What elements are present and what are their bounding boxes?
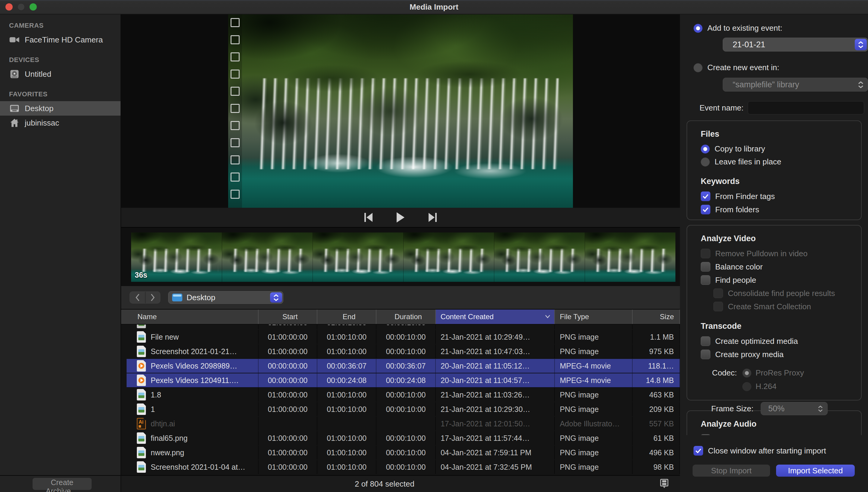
filmstrip-frame[interactable] xyxy=(312,232,403,282)
balance-color-option[interactable]: Balance color xyxy=(701,262,855,272)
optimized-media-option[interactable]: Create optimized media xyxy=(701,336,855,346)
file-name: Pexels Videos 2098989… xyxy=(151,362,237,370)
table-row[interactable]: Ai nwew.png 01:00:00:00 01:00:10:00 00:0… xyxy=(126,446,680,460)
radio-on-icon xyxy=(694,24,703,33)
duration-timecode: 00:00:36:07 xyxy=(376,359,436,373)
existing-event-dropdown[interactable]: 21-01-21 xyxy=(723,38,868,51)
sidebar-footer: Create Archive… xyxy=(0,475,121,492)
sidebar-item-desktop[interactable]: Desktop xyxy=(0,101,121,116)
filmstrip-frame[interactable] xyxy=(494,232,585,282)
add-to-existing-event-option[interactable]: Add to existing event: xyxy=(694,24,868,33)
duration-timecode xyxy=(376,417,436,430)
create-new-event-option[interactable]: Create new event in: xyxy=(694,63,868,72)
video-camera-icon xyxy=(9,34,20,45)
table-row[interactable]: Ai Screenshot 2021-01-04 at… 01:00:00:00… xyxy=(126,460,680,474)
table-row[interactable]: Ai Pexels Videos 2098989… 00:00:00:00 00… xyxy=(126,359,680,373)
sidebar-item-facetime-camera[interactable]: FaceTime HD Camera xyxy=(0,32,121,47)
frame-size-label: Frame Size: xyxy=(687,404,753,413)
frame-size-value: 50% xyxy=(768,404,784,413)
close-after-import-option[interactable]: Close window after starting import xyxy=(694,446,868,456)
file-icon: Ai xyxy=(137,461,146,473)
table-column-header[interactable]: End xyxy=(318,310,376,324)
from-finder-tags-option[interactable]: From Finder tags xyxy=(701,192,855,201)
back-button[interactable] xyxy=(130,292,145,303)
content-created xyxy=(436,325,555,329)
filmstrip-frame[interactable]: 36s xyxy=(131,232,222,282)
sidebar-item-home[interactable]: jubinissac xyxy=(0,116,121,130)
leave-files-option[interactable]: Leave files in place xyxy=(701,157,855,167)
analyze-audio-header: Analyze Audio xyxy=(701,419,855,429)
file-size xyxy=(633,325,680,329)
start-timecode: 01:00:00:00 xyxy=(259,460,318,474)
sidebar-item-label: jubinissac xyxy=(25,118,59,128)
skip-to-start-button[interactable] xyxy=(363,213,374,222)
content-created: 17-Jan-2021 at 12:01:50… xyxy=(436,417,555,430)
library-dropdown[interactable]: “samplefile” library xyxy=(723,78,868,92)
content-created: 20-Jan-2021 at 11:05:12… xyxy=(436,359,555,373)
location-dropdown[interactable]: Desktop xyxy=(168,291,283,304)
end-timecode: 01:00:10:00 xyxy=(318,460,376,474)
table-row[interactable]: Ai dhtjn.ai 17-Jan-2021 at 12:01:50… Ado… xyxy=(126,417,680,431)
file-size: 118.1… xyxy=(633,359,680,373)
table-column-header[interactable]: Size xyxy=(633,310,680,324)
table-row[interactable]: Ai 01:00:00:00 01:00:10:00 00:00:10:00 xyxy=(126,325,680,330)
radio-disabled-on-icon xyxy=(742,369,751,377)
table-row[interactable]: Ai 1 01:00:00:00 01:00:10:00 00:00:10:00… xyxy=(126,402,680,417)
end-timecode: 01:00:10:00 xyxy=(318,325,376,329)
play-button[interactable] xyxy=(396,212,405,223)
duration-timecode: 00:00:10:00 xyxy=(376,330,436,344)
end-timecode xyxy=(318,417,376,430)
from-folders-option[interactable]: From folders xyxy=(701,205,855,214)
dropdown-stepper-icon xyxy=(270,292,282,303)
file-name: File new xyxy=(151,333,179,341)
content-created: 04-Jan-2021 at 7:59:11 PM xyxy=(436,446,555,460)
radio-off-icon xyxy=(701,157,710,167)
file-name: Pexels Videos 1204911.… xyxy=(151,376,239,385)
sort-chevron-icon xyxy=(545,314,550,319)
file-size: 496 KB xyxy=(633,446,680,460)
copy-to-library-option[interactable]: Copy to library xyxy=(701,144,855,153)
event-name-input[interactable] xyxy=(748,101,864,115)
radio-disabled-off-icon xyxy=(742,382,751,391)
file-type: MPEG-4 movie xyxy=(555,373,633,387)
filmstrip-frame[interactable] xyxy=(403,232,494,282)
close-after-import-label: Close window after starting import xyxy=(708,446,826,456)
forward-button[interactable] xyxy=(145,292,160,303)
file-icon: Ai xyxy=(137,418,146,429)
file-size: 557 KB xyxy=(633,417,680,430)
table-column-header[interactable]: Content Created xyxy=(436,310,555,324)
file-name: 1 xyxy=(151,405,155,414)
playback-controls xyxy=(121,208,680,228)
analyze-video-group: Analyze Video Remove Pulldown in video B… xyxy=(686,225,862,400)
file-icon: Ai xyxy=(137,433,146,444)
table-row[interactable]: Ai Pexels Videos 1204911.… 00:00:00:00 0… xyxy=(126,373,680,388)
proxy-media-option[interactable]: Create proxy media xyxy=(701,350,855,359)
table-row[interactable]: Ai 1.8 01:00:00:00 01:00:10:00 00:00:10:… xyxy=(126,388,680,402)
find-people-option[interactable]: Find people xyxy=(701,275,855,285)
stop-import-button[interactable]: Stop Import xyxy=(693,465,770,477)
dropdown-stepper-icon xyxy=(855,39,867,50)
checkbox-unchecked-icon xyxy=(713,302,723,311)
filmstrip-frame[interactable] xyxy=(222,232,312,282)
table-row[interactable]: Ai File new 01:00:00:00 01:00:10:00 00:0… xyxy=(126,330,680,344)
table-column-header[interactable]: File Type xyxy=(555,310,633,324)
file-name: final65.png xyxy=(151,434,187,443)
skip-to-end-button[interactable] xyxy=(427,213,438,222)
table-row[interactable]: Ai final65.png 01:00:00:00 01:00:10:00 0… xyxy=(126,431,680,446)
content-created: 20-Jan-2021 at 11:04:57… xyxy=(436,373,555,387)
table-column-header[interactable]: Duration xyxy=(376,310,436,324)
file-size: 463 KB xyxy=(633,388,680,402)
table-column-header[interactable]: Name xyxy=(126,310,259,324)
table-row[interactable]: Ai Screenshot 2021-01-21… 01:00:00:00 01… xyxy=(126,344,680,359)
import-selected-button[interactable]: Import Selected xyxy=(776,465,855,477)
file-name: 1.8 xyxy=(151,391,161,399)
preview-image xyxy=(228,15,573,208)
filmstrip-frame[interactable] xyxy=(585,232,675,282)
sidebar-item-untitled-device[interactable]: Untitled xyxy=(0,67,121,81)
table-footer: 2 of 804 selected xyxy=(121,475,680,492)
duration-timecode: 00:00:24:08 xyxy=(376,373,436,387)
table-column-header[interactable]: Start xyxy=(259,310,318,324)
create-archive-button[interactable]: Create Archive… xyxy=(32,478,92,490)
column-header-label: End xyxy=(343,313,356,321)
clip-appearance-button[interactable] xyxy=(659,479,669,488)
